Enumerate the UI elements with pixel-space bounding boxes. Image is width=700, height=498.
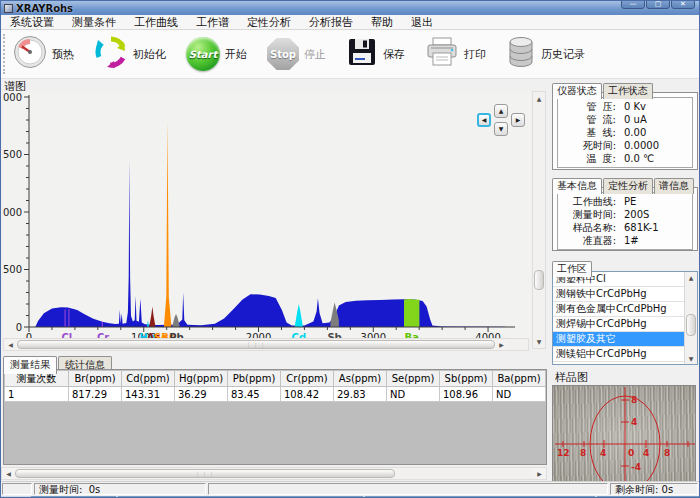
peak-As-peak [150, 307, 156, 328]
scroll-left-icon[interactable]: ◀ [2, 468, 15, 479]
gauge-icon [13, 35, 47, 73]
spectrum-chart-panel: 050010001500200001000200030004000ClCrHgA… [3, 91, 531, 341]
y-tick-label: 1000 [3, 207, 22, 218]
status-spacer [2, 483, 32, 495]
chart-hscroll-thumb[interactable]: ⋮⋮⋮ [17, 340, 495, 349]
scroll-down-icon[interactable]: ▼ [685, 353, 697, 364]
minimize-button[interactable]: — [621, 0, 645, 9]
column-header: Pb(ppm) [228, 371, 281, 387]
column-header: As(ppm) [334, 371, 387, 387]
stop-button[interactable]: Stop 停止 [267, 38, 326, 70]
instrument-status-tabs: 仪器状态工作状态 [552, 79, 698, 93]
menu-item-0[interactable]: 系统设置 [1, 15, 63, 30]
menu-item-5[interactable]: 分析报告 [300, 15, 362, 30]
workzone-item-3[interactable]: 测焊锡中CrCdPbHg [553, 317, 697, 332]
workzone-item-2[interactable]: 测有色金属中CrCdPbHg [553, 302, 697, 317]
results-table: 测量次数Br(ppm)Cd(ppm)Hg(ppm)Pb(ppm)Cr(ppm)A… [4, 370, 546, 402]
table-cell: 36.29 [175, 387, 228, 402]
table-hscroll-thumb[interactable]: ⋮⋮⋮ [15, 469, 395, 478]
printer-icon [425, 36, 459, 72]
tab-instrument-0[interactable]: 仪器状态 [552, 83, 602, 99]
menu-item-3[interactable]: 工作谱 [187, 15, 238, 30]
chart-vscroll-thumb[interactable] [534, 270, 544, 290]
menu-item-2[interactable]: 工作曲线 [125, 15, 187, 30]
svg-text:0: 0 [628, 448, 634, 458]
tab-workzone[interactable]: 工作区 [552, 261, 592, 277]
results-table-container: 测量次数Br(ppm)Cd(ppm)Hg(ppm)Pb(ppm)Cr(ppm)A… [3, 369, 547, 465]
column-header: Cd(ppm) [122, 371, 175, 387]
spectrum-chart[interactable]: 050010001500200001000200030004000ClCrHgA… [3, 91, 531, 341]
pan-down-button[interactable]: ▼ [494, 122, 508, 136]
menu-item-6[interactable]: 帮助 [362, 15, 402, 30]
info-label: 基 线: [558, 126, 616, 139]
info-row: 测量时间:200S [558, 208, 692, 221]
info-label: 样品名称: [558, 221, 616, 234]
svg-text:12: 12 [557, 448, 570, 458]
column-header: Se(ppm) [387, 371, 440, 387]
info-row: 准直器:1# [558, 234, 692, 247]
toolbar-gripper[interactable] [3, 34, 7, 74]
scroll-right-icon[interactable]: ▶ [495, 339, 508, 350]
y-tick-label: 500 [3, 264, 22, 275]
peak-Cd-peak [295, 304, 303, 327]
table-cell: 143.31 [122, 387, 175, 402]
info-row: 样品名称:681K-1 [558, 221, 692, 234]
table-cell: ND [387, 387, 440, 402]
info-value: PE [616, 195, 636, 208]
y-tick-label: 2000 [3, 92, 22, 103]
workzone-scroll-thumb[interactable] [686, 314, 696, 336]
peak-Pb-peak [173, 314, 180, 327]
initialize-button[interactable]: 初始化 [94, 35, 166, 73]
app-icon [4, 4, 13, 13]
scroll-right-icon[interactable]: ▶ [533, 468, 546, 479]
workzone-scrollbar[interactable]: ▲ ▼ [684, 272, 697, 364]
scroll-up-icon[interactable]: ▲ [533, 93, 545, 104]
table-horizontal-scrollbar[interactable]: ◀ ⋮⋮⋮ ▶ [1, 467, 547, 480]
workzone-item-1[interactable]: 测钢铁中CrCdPbHg [553, 287, 697, 302]
status-bar: 测量时间: 0s 剩余时间: 0s [1, 481, 699, 496]
scroll-left-icon[interactable]: ◀ [4, 339, 17, 350]
workzone-item-5[interactable]: 测镁铝中CrCdPbHg [553, 347, 697, 362]
measure-time-status: 测量时间: 0s [34, 483, 206, 495]
stop-label: 停止 [304, 47, 326, 62]
pan-right-button[interactable]: ▶ [511, 113, 525, 127]
tab-info-1[interactable]: 定性分析 [603, 178, 653, 194]
chart-region: 谱图 050010001500200001000200030004000ClCr… [1, 79, 549, 481]
menu-item-4[interactable]: 定性分析 [238, 15, 300, 30]
info-row: 基 线:0.00 [558, 126, 692, 139]
tab-results-0[interactable]: 测量结果 [3, 356, 57, 374]
workzone-item-4[interactable]: 测塑胶及其它 [553, 332, 697, 347]
tab-info-0[interactable]: 基本信息 [552, 178, 602, 194]
toolbar: 预热 初始化 Start 开始 Stop [1, 30, 699, 79]
save-button[interactable]: 保存 [346, 36, 405, 72]
stop-icon: Stop [267, 38, 299, 70]
column-header: Hg(ppm) [175, 371, 228, 387]
info-label: 准直器: [558, 234, 616, 247]
svg-text:-4: -4 [631, 462, 641, 472]
info-label: 工作曲线: [558, 195, 616, 208]
history-button[interactable]: 历史记录 [506, 35, 585, 73]
tab-info-2[interactable]: 谱信息 [654, 178, 694, 194]
chart-horizontal-scrollbar[interactable]: ◀ ⋮⋮⋮ ▶ [3, 338, 529, 351]
start-button[interactable]: Start 开始 [186, 37, 247, 71]
print-button[interactable]: 打印 [425, 36, 486, 72]
preheat-button[interactable]: 预热 [13, 35, 74, 73]
pan-left-button[interactable]: ◀ [477, 113, 491, 127]
title-bar[interactable]: XRAYRohs — ▢ ✕ [1, 1, 699, 15]
menu-item-7[interactable]: 退出 [402, 15, 442, 30]
table-cell: 108.96 [440, 387, 493, 402]
menu-bar: 系统设置测量条件工作曲线工作谱定性分析分析报告帮助退出 [1, 15, 699, 30]
tab-instrument-1[interactable]: 工作状态 [603, 83, 653, 99]
table-cell: 817.29 [69, 387, 122, 402]
pan-up-button[interactable]: ▲ [494, 104, 508, 118]
instrument-status-box: 管 压:0 Kv管 流:0 uA基 线:0.00死时间:0.0000温 度:0.… [552, 92, 698, 170]
scroll-up-icon[interactable]: ▲ [685, 272, 697, 283]
maximize-button[interactable]: ▢ [646, 0, 670, 9]
table-row[interactable]: 1817.29143.3136.2983.45108.4229.83ND108.… [5, 387, 546, 402]
info-row: 温 度:0.0 ℃ [558, 152, 692, 165]
chart-vertical-scrollbar[interactable]: ▲ ▼ [532, 91, 546, 349]
y-tick-label: 0 [16, 322, 22, 333]
menu-item-1[interactable]: 测量条件 [63, 15, 125, 30]
close-button[interactable]: ✕ [671, 0, 695, 9]
scroll-down-icon[interactable]: ▼ [533, 336, 545, 347]
